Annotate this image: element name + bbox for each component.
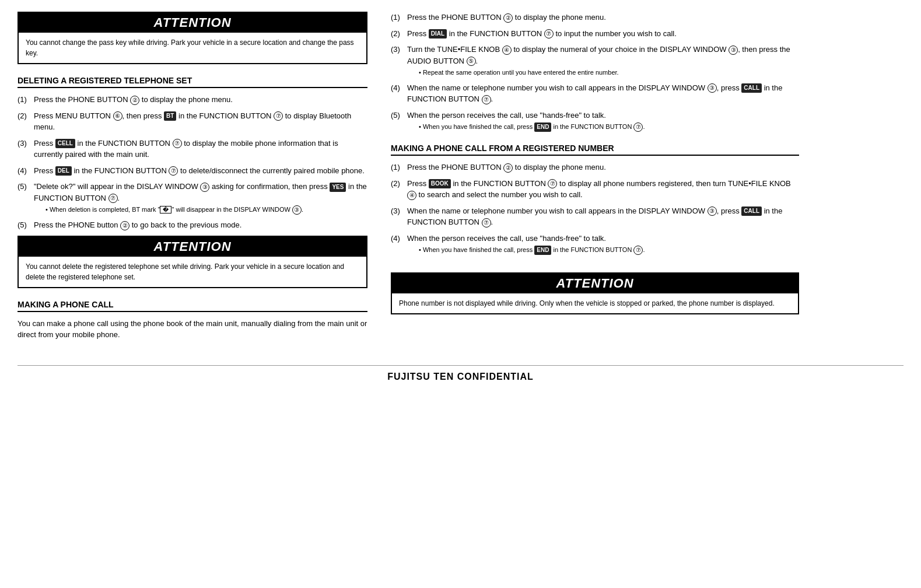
step-num: (4) <box>391 82 407 105</box>
step-content: Press BOOK in the FUNCTION BUTTON ⑦ to d… <box>407 178 799 201</box>
circle-7b: ⑦ <box>482 95 491 104</box>
attention-body-top-left: You cannot change the pass key while dri… <box>19 33 366 63</box>
step-num: (5) <box>17 219 34 231</box>
footer-text: FUJITSU TEN CONFIDENTIAL <box>387 372 534 382</box>
attention-box-top-left: ATTENTION You cannot change the pass key… <box>17 12 367 64</box>
circle-4: ④ <box>407 191 416 200</box>
circle-2b: ② <box>120 221 129 230</box>
reg-step-4-note: • When you have finished the call, press… <box>419 245 799 255</box>
circle-7b: ⑦ <box>173 139 182 148</box>
del-button-label: DEL <box>55 166 72 176</box>
yes-button-label: YES <box>330 183 346 192</box>
dial-step-5: (5) When the person receives the call, u… <box>391 110 799 132</box>
delete-step-3: (3) Press CELL in the FUNCTION BUTTON ⑦ … <box>17 138 367 160</box>
step-content: Press CELL in the FUNCTION BUTTON ⑦ to d… <box>34 138 367 160</box>
step-num: (4) <box>391 233 407 256</box>
step-num: (4) <box>17 165 34 177</box>
attention-header: ATTENTION <box>19 13 366 33</box>
making-call-intro: You can make a phone call using the phon… <box>17 318 367 341</box>
delete-section-heading: DELETING A REGISTERED TELEPHONE SET <box>17 76 367 88</box>
step-num: (1) <box>391 162 407 173</box>
delete-step-5: (5) "Delete ok?" will appear in the DISL… <box>17 181 367 215</box>
attention-box-bottom-left: ATTENTION You cannot delete the register… <box>17 236 367 288</box>
registered-steps-list: (1) Press the PHONE BUTTON ② to display … <box>391 162 799 255</box>
dial-button-label: DIAL <box>429 29 447 38</box>
reg-step-2: (2) Press BOOK in the FUNCTION BUTTON ⑦ … <box>391 178 799 201</box>
circle-2: ② <box>130 96 139 105</box>
circle-4: ④ <box>502 46 512 55</box>
attention-body-right: Phone number is not displayed while driv… <box>392 293 798 313</box>
step-content: When the person receives the call, use "… <box>407 110 799 132</box>
step-content: Press the PHONE BUTTON ② to display the … <box>407 12 799 23</box>
step-5-note: • When deletion is completed, BT mark "�… <box>45 205 367 215</box>
step-num: (3) <box>391 44 407 78</box>
right-column: (1) Press the PHONE BUTTON ② to display … <box>391 12 799 348</box>
step-content: When the person receives the call, use "… <box>407 233 799 256</box>
circle-3b: ③ <box>708 83 717 93</box>
circle-3: ③ <box>200 183 209 192</box>
attention-header-2: ATTENTION <box>19 237 366 257</box>
delete-step-2: (2) Press MENU BUTTON ⑥, then press BT i… <box>17 110 367 133</box>
step-num: (2) <box>391 178 407 201</box>
book-button-label: BOOK <box>429 179 451 188</box>
delete-steps-list: (1) Press the PHONE BUTTON ② to display … <box>17 94 367 231</box>
making-call-heading: MAKING A PHONE CALL <box>17 300 367 312</box>
circle-3b: ③ <box>292 205 302 215</box>
circle-3: ③ <box>708 206 717 216</box>
left-column: ATTENTION You cannot change the pass key… <box>17 12 367 348</box>
circle-3: ③ <box>729 46 738 55</box>
delete-step-1: (1) Press the PHONE BUTTON ② to display … <box>17 94 367 106</box>
step-num: (2) <box>391 28 407 40</box>
step-num: (5) <box>391 110 407 132</box>
dial-step-5-note: • When you have finished the call, press… <box>419 122 799 132</box>
step-num: (1) <box>391 12 407 23</box>
circle-7: ⑦ <box>544 29 554 38</box>
step-num: (1) <box>17 94 34 106</box>
step-content: Press the PHONE button ② to go back to t… <box>34 219 367 231</box>
step-content: Press DEL in the FUNCTION BUTTON ⑦ to de… <box>34 165 367 177</box>
registered-number-heading: MAKING A PHONE CALL FROM A REGISTERED NU… <box>391 144 799 156</box>
circle-5: ⑤ <box>467 57 476 66</box>
attention-box-right: ATTENTION Phone number is not displayed … <box>391 272 799 314</box>
circle-7c: ⑦ <box>633 123 643 132</box>
circle-7: ⑦ <box>548 179 557 188</box>
circle-7b: ⑦ <box>482 218 491 228</box>
step-content: Turn the TUNE•FILE KNOB ④ to display the… <box>407 44 799 78</box>
step-num: (3) <box>391 205 407 228</box>
circle-7d: ⑦ <box>108 194 118 203</box>
step-content: Press the PHONE BUTTON ② to display the … <box>407 162 799 173</box>
bt-button-label: BT <box>164 111 176 121</box>
circle-6: ⑥ <box>113 111 122 121</box>
step-content: Press MENU BUTTON ⑥, then press BT in th… <box>34 110 367 133</box>
dial-step-1: (1) Press the PHONE BUTTON ② to display … <box>391 12 799 23</box>
dial-step-3-note: • Repeat the same operation until you ha… <box>419 68 799 78</box>
step-num: (5) <box>17 181 34 215</box>
end-button-label-1: END <box>534 123 551 132</box>
reg-step-3: (3) When the name or telephone number yo… <box>391 205 799 228</box>
reg-step-4: (4) When the person receives the call, u… <box>391 233 799 256</box>
step-num: (2) <box>17 110 34 133</box>
step-content: When the name or telephone number you wi… <box>407 82 799 105</box>
step-content: Press the PHONE BUTTON ② to display the … <box>34 94 367 106</box>
call-button-label-2: CALL <box>741 206 762 216</box>
footer: FUJITSU TEN CONFIDENTIAL <box>17 365 904 382</box>
reg-step-1: (1) Press the PHONE BUTTON ② to display … <box>391 162 799 173</box>
delete-step-4: (4) Press DEL in the FUNCTION BUTTON ⑦ t… <box>17 165 367 177</box>
dial-step-3: (3) Turn the TUNE•FILE KNOB ④ to display… <box>391 44 799 78</box>
cell-button-label: CELL <box>55 139 75 148</box>
manual-dial-steps: (1) Press the PHONE BUTTON ② to display … <box>391 12 799 132</box>
circle-2: ② <box>503 13 513 23</box>
circle-2: ② <box>503 163 513 173</box>
dial-step-2: (2) Press DIAL in the FUNCTION BUTTON ⑦ … <box>391 28 799 40</box>
circle-7c: ⑦ <box>169 166 178 176</box>
step-content: Press DIAL in the FUNCTION BUTTON ⑦ to i… <box>407 28 799 40</box>
step-content: When the name or telephone number you wi… <box>407 205 799 228</box>
step-content: "Delete ok?" will appear in the DISLAY W… <box>34 181 367 215</box>
attention-header-right: ATTENTION <box>392 274 798 293</box>
delete-step-5b: (5) Press the PHONE button ② to go back … <box>17 219 367 231</box>
dial-step-4: (4) When the name or telephone number yo… <box>391 82 799 105</box>
circle-7c: ⑦ <box>633 246 643 255</box>
step-num: (3) <box>17 138 34 160</box>
circle-7: ⑦ <box>274 111 283 121</box>
attention-body-bottom-left: You cannot delete the registered telepho… <box>19 257 366 287</box>
